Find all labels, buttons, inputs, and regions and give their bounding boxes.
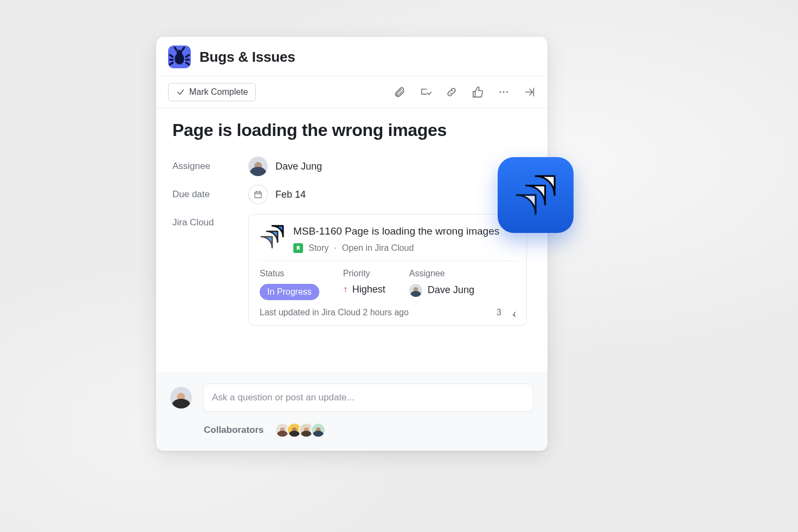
comment-icon [506,308,516,317]
priority-up-arrow-icon: ↑ [343,284,348,295]
jira-priority-label: Priority [343,269,385,278]
open-in-jira-link[interactable]: Open in Jira Cloud [342,243,414,253]
jira-app-badge [498,157,574,233]
assignee-name: Dave Jung [275,161,322,172]
priority-value[interactable]: ↑ Highest [343,284,385,295]
task-detail-panel: Bugs & Issues Mark Complete [156,37,548,451]
svg-point-3 [503,92,505,93]
due-date-row: Due date Feb 14 [172,180,531,209]
more-icon[interactable] [498,86,510,98]
project-title: Bugs & Issues [200,49,295,66]
attachment-icon[interactable] [394,86,406,98]
due-date-text: Feb 14 [275,189,306,200]
jira-assignee-col: Assignee Dave Jung [409,269,474,300]
assignee-label: Assignee [172,161,248,172]
comment-input[interactable] [203,384,533,412]
jira-assignee-name: Dave Jung [428,284,474,296]
jira-type-label: Story [308,243,329,253]
calendar-icon [248,185,268,204]
toolbar-icons [394,86,536,98]
collaborators-row: Collaborators [170,423,533,438]
jira-assignee-label: Assignee [409,269,474,278]
jira-assignee-avatar [409,284,422,297]
due-date-value[interactable]: Feb 14 [248,185,306,204]
jira-card-divider [260,261,516,261]
panel-body: Page is loading the wrong images Assigne… [156,108,548,372]
collaborators-label: Collaborators [204,425,264,436]
bug-icon [168,46,191,68]
panel-toolbar: Mark Complete [156,76,548,108]
composer-row [170,384,533,412]
check-icon [176,88,185,96]
jira-card[interactable]: MSB-1160 Page is loading the wrong image… [248,214,527,326]
jira-comments-count: 3 [497,308,501,317]
collaborator-avatar [311,423,326,438]
panel-footer: Collaborators [156,372,548,451]
collapse-icon[interactable] [524,86,536,98]
jira-logo-icon [260,224,285,249]
svg-point-2 [499,92,501,93]
like-icon[interactable] [472,86,484,98]
link-icon[interactable] [446,86,458,98]
jira-card-title-block: MSB-1160 Page is loading the wrong image… [293,224,499,253]
mark-complete-button[interactable]: Mark Complete [168,83,256,101]
jira-issue-title: MSB-1160 Page is loading the wrong image… [293,224,499,239]
current-user-avatar [170,387,192,408]
mark-complete-label: Mark Complete [189,87,248,97]
jira-field-label: Jira Cloud [172,212,248,228]
jira-card-subline: Story · Open in Jira Cloud [293,243,499,253]
jira-comments[interactable]: 3 [497,308,516,317]
svg-rect-5 [255,192,261,198]
jira-card-meta: Status In Progress Priority ↑ Highest As… [260,269,516,300]
jira-card-header: MSB-1160 Page is loading the wrong image… [260,224,516,253]
jira-assignee-value[interactable]: Dave Jung [409,284,474,297]
jira-last-updated: Last updated in Jira Cloud 2 hours ago [260,308,409,317]
svg-point-4 [506,92,508,93]
assignee-row: Assignee Dave Jung [172,152,531,180]
project-icon [168,46,191,68]
jira-status-col: Status In Progress [260,269,319,300]
collaborator-avatars[interactable] [278,423,326,438]
jira-app-icon [513,172,558,218]
task-title[interactable]: Page is loading the wrong images [172,120,531,140]
subtask-icon[interactable] [420,86,432,98]
due-date-label: Due date [172,189,248,200]
jira-row: Jira Cloud MSB-1160 Page is loading the … [172,212,531,326]
jira-card-footer: Last updated in Jira Cloud 2 hours ago 3 [260,308,516,317]
assignee-value[interactable]: Dave Jung [248,157,322,176]
status-pill[interactable]: In Progress [260,284,319,300]
panel-header: Bugs & Issues [156,37,548,76]
assignee-avatar [248,157,268,176]
priority-text: Highest [352,284,385,295]
jira-priority-col: Priority ↑ Highest [343,269,385,300]
story-type-icon [293,243,303,253]
jira-status-label: Status [260,269,319,278]
